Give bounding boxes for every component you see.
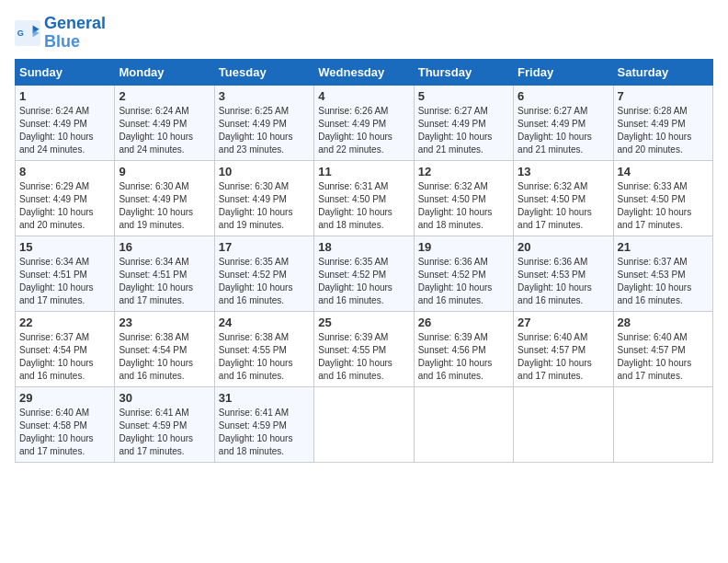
day-number: 22 xyxy=(19,316,110,329)
day-number: 10 xyxy=(219,165,310,178)
calendar-cell: 22Sunrise: 6:37 AMSunset: 4:54 PMDayligh… xyxy=(16,311,115,386)
day-header-tuesday: Tuesday xyxy=(214,59,313,85)
day-number: 3 xyxy=(219,89,310,103)
day-info: Sunrise: 6:34 AMSunset: 4:51 PMDaylight:… xyxy=(119,256,210,307)
day-number: 1 xyxy=(19,89,110,103)
calendar-cell: 16Sunrise: 6:34 AMSunset: 4:51 PMDayligh… xyxy=(115,236,214,311)
day-info: Sunrise: 6:31 AMSunset: 4:50 PMDaylight:… xyxy=(318,180,409,232)
day-number: 24 xyxy=(219,316,310,329)
day-info: Sunrise: 6:32 AMSunset: 4:50 PMDaylight:… xyxy=(518,180,609,232)
day-number: 23 xyxy=(119,316,210,329)
calendar-cell: 8Sunrise: 6:29 AMSunset: 4:49 PMDaylight… xyxy=(16,160,115,236)
day-info: Sunrise: 6:38 AMSunset: 4:54 PMDaylight:… xyxy=(119,331,210,383)
calendar-cell: 14Sunrise: 6:33 AMSunset: 4:50 PMDayligh… xyxy=(613,160,712,236)
day-info: Sunrise: 6:40 AMSunset: 4:58 PMDaylight:… xyxy=(19,407,110,458)
day-info: Sunrise: 6:38 AMSunset: 4:55 PMDaylight:… xyxy=(219,331,310,383)
header: G GeneralBlue xyxy=(15,15,713,52)
calendar-cell xyxy=(613,386,712,462)
calendar-cell xyxy=(414,386,513,462)
day-info: Sunrise: 6:40 AMSunset: 4:57 PMDaylight:… xyxy=(618,331,709,383)
day-number: 16 xyxy=(119,240,210,254)
day-info: Sunrise: 6:37 AMSunset: 4:54 PMDaylight:… xyxy=(19,331,110,383)
day-number: 28 xyxy=(618,316,709,329)
day-info: Sunrise: 6:39 AMSunset: 4:55 PMDaylight:… xyxy=(318,331,409,383)
calendar-cell: 7Sunrise: 6:28 AMSunset: 4:49 PMDaylight… xyxy=(613,85,712,160)
calendar-week-2: 8Sunrise: 6:29 AMSunset: 4:49 PMDaylight… xyxy=(16,160,713,236)
day-number: 5 xyxy=(418,89,509,103)
calendar-cell: 6Sunrise: 6:27 AMSunset: 4:49 PMDaylight… xyxy=(514,85,613,160)
day-info: Sunrise: 6:29 AMSunset: 4:49 PMDaylight:… xyxy=(19,180,110,232)
day-number: 12 xyxy=(418,165,509,178)
calendar-cell: 9Sunrise: 6:30 AMSunset: 4:49 PMDaylight… xyxy=(115,160,214,236)
day-number: 15 xyxy=(19,240,110,254)
calendar-cell xyxy=(314,386,414,462)
day-info: Sunrise: 6:26 AMSunset: 4:49 PMDaylight:… xyxy=(318,105,409,156)
day-number: 25 xyxy=(318,316,409,329)
day-info: Sunrise: 6:41 AMSunset: 4:59 PMDaylight:… xyxy=(219,407,310,458)
day-number: 9 xyxy=(119,165,210,178)
day-header-monday: Monday xyxy=(115,59,214,85)
day-number: 27 xyxy=(518,316,609,329)
day-number: 29 xyxy=(19,391,110,405)
calendar-cell: 28Sunrise: 6:40 AMSunset: 4:57 PMDayligh… xyxy=(613,311,712,386)
calendar-cell: 27Sunrise: 6:40 AMSunset: 4:57 PMDayligh… xyxy=(514,311,613,386)
calendar-cell: 19Sunrise: 6:36 AMSunset: 4:52 PMDayligh… xyxy=(414,236,513,311)
calendar-cell: 17Sunrise: 6:35 AMSunset: 4:52 PMDayligh… xyxy=(214,236,313,311)
day-number: 4 xyxy=(318,89,409,103)
day-info: Sunrise: 6:33 AMSunset: 4:50 PMDaylight:… xyxy=(618,180,709,232)
day-info: Sunrise: 6:35 AMSunset: 4:52 PMDaylight:… xyxy=(318,256,409,307)
day-number: 8 xyxy=(19,165,110,178)
day-number: 20 xyxy=(518,240,609,254)
calendar-cell: 24Sunrise: 6:38 AMSunset: 4:55 PMDayligh… xyxy=(214,311,313,386)
calendar-week-4: 22Sunrise: 6:37 AMSunset: 4:54 PMDayligh… xyxy=(16,311,713,386)
svg-text:G: G xyxy=(17,29,24,38)
day-header-saturday: Saturday xyxy=(613,59,712,85)
calendar-week-5: 29Sunrise: 6:40 AMSunset: 4:58 PMDayligh… xyxy=(16,386,713,462)
day-info: Sunrise: 6:27 AMSunset: 4:49 PMDaylight:… xyxy=(518,105,609,156)
day-number: 14 xyxy=(618,165,709,178)
calendar-week-1: 1Sunrise: 6:24 AMSunset: 4:49 PMDaylight… xyxy=(16,85,713,160)
calendar-week-3: 15Sunrise: 6:34 AMSunset: 4:51 PMDayligh… xyxy=(16,236,713,311)
day-header-thursday: Thursday xyxy=(414,59,513,85)
day-info: Sunrise: 6:30 AMSunset: 4:49 PMDaylight:… xyxy=(119,180,210,232)
calendar-cell: 20Sunrise: 6:36 AMSunset: 4:53 PMDayligh… xyxy=(514,236,613,311)
day-info: Sunrise: 6:34 AMSunset: 4:51 PMDaylight:… xyxy=(19,256,110,307)
calendar-table: SundayMondayTuesdayWednesdayThursdayFrid… xyxy=(15,59,713,463)
calendar-cell: 2Sunrise: 6:24 AMSunset: 4:49 PMDaylight… xyxy=(115,85,214,160)
day-info: Sunrise: 6:25 AMSunset: 4:49 PMDaylight:… xyxy=(219,105,310,156)
day-number: 13 xyxy=(518,165,609,178)
calendar-cell: 25Sunrise: 6:39 AMSunset: 4:55 PMDayligh… xyxy=(314,311,414,386)
calendar-cell xyxy=(514,386,613,462)
day-info: Sunrise: 6:28 AMSunset: 4:49 PMDaylight:… xyxy=(618,105,709,156)
logo: G GeneralBlue xyxy=(15,15,106,52)
day-info: Sunrise: 6:24 AMSunset: 4:49 PMDaylight:… xyxy=(119,105,210,156)
calendar-cell: 21Sunrise: 6:37 AMSunset: 4:53 PMDayligh… xyxy=(613,236,712,311)
day-info: Sunrise: 6:27 AMSunset: 4:49 PMDaylight:… xyxy=(418,105,509,156)
day-number: 2 xyxy=(119,89,210,103)
calendar-cell: 1Sunrise: 6:24 AMSunset: 4:49 PMDaylight… xyxy=(16,85,115,160)
day-number: 19 xyxy=(418,240,509,254)
day-number: 30 xyxy=(119,391,210,405)
calendar-cell: 5Sunrise: 6:27 AMSunset: 4:49 PMDaylight… xyxy=(414,85,513,160)
day-header-friday: Friday xyxy=(514,59,613,85)
day-number: 18 xyxy=(318,240,409,254)
day-header-sunday: Sunday xyxy=(16,59,115,85)
calendar-cell: 29Sunrise: 6:40 AMSunset: 4:58 PMDayligh… xyxy=(16,386,115,462)
day-number: 17 xyxy=(219,240,310,254)
day-number: 6 xyxy=(518,89,609,103)
day-info: Sunrise: 6:39 AMSunset: 4:56 PMDaylight:… xyxy=(418,331,509,383)
calendar-cell: 18Sunrise: 6:35 AMSunset: 4:52 PMDayligh… xyxy=(314,236,414,311)
calendar-cell: 31Sunrise: 6:41 AMSunset: 4:59 PMDayligh… xyxy=(214,386,313,462)
day-number: 21 xyxy=(618,240,709,254)
calendar-cell: 26Sunrise: 6:39 AMSunset: 4:56 PMDayligh… xyxy=(414,311,513,386)
calendar-cell: 4Sunrise: 6:26 AMSunset: 4:49 PMDaylight… xyxy=(314,85,414,160)
logo-icon: G xyxy=(15,20,40,46)
day-info: Sunrise: 6:40 AMSunset: 4:57 PMDaylight:… xyxy=(518,331,609,383)
calendar-cell: 30Sunrise: 6:41 AMSunset: 4:59 PMDayligh… xyxy=(115,386,214,462)
day-info: Sunrise: 6:37 AMSunset: 4:53 PMDaylight:… xyxy=(618,256,709,307)
calendar-cell: 3Sunrise: 6:25 AMSunset: 4:49 PMDaylight… xyxy=(214,85,313,160)
header-row: SundayMondayTuesdayWednesdayThursdayFrid… xyxy=(16,59,713,85)
calendar-cell: 10Sunrise: 6:30 AMSunset: 4:49 PMDayligh… xyxy=(214,160,313,236)
day-info: Sunrise: 6:41 AMSunset: 4:59 PMDaylight:… xyxy=(119,407,210,458)
calendar-cell: 12Sunrise: 6:32 AMSunset: 4:50 PMDayligh… xyxy=(414,160,513,236)
